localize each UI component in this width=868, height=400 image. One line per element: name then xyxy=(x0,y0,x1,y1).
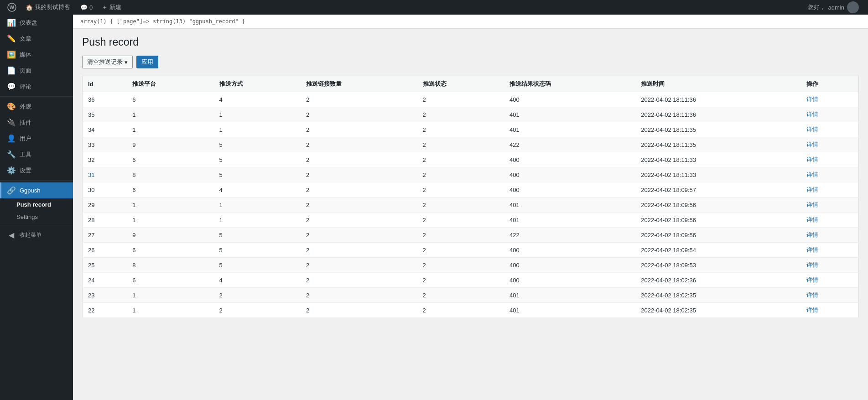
comments-link[interactable]: 💬 0 xyxy=(76,4,97,11)
cell-status: 2 xyxy=(417,288,504,303)
page-title: Push record xyxy=(82,36,859,48)
cell-action: 详情 xyxy=(801,167,859,182)
new-link[interactable]: ＋ 新建 xyxy=(97,3,126,11)
sidebar-label-posts: 文章 xyxy=(20,35,31,43)
sidebar-item-tools[interactable]: 🔧 工具 xyxy=(0,146,73,162)
detail-link[interactable]: 详情 xyxy=(806,156,818,163)
detail-link[interactable]: 详情 xyxy=(806,261,818,268)
cell-code: 400 xyxy=(504,167,635,182)
cell-method: 4 xyxy=(214,92,301,107)
cell-links: 2 xyxy=(301,273,417,288)
cell-id: 31 xyxy=(83,167,127,182)
detail-link[interactable]: 详情 xyxy=(806,111,818,118)
id-value: 29 xyxy=(88,202,94,208)
main-content: array(1) { ["page"]=> string(13) "ggpush… xyxy=(73,15,868,400)
detail-link[interactable]: 详情 xyxy=(806,171,818,178)
plugins-icon: 🔌 xyxy=(7,118,16,127)
detail-link[interactable]: 详情 xyxy=(806,201,818,208)
detail-link[interactable]: 详情 xyxy=(806,141,818,148)
wp-logo[interactable]: W xyxy=(4,3,20,12)
username-link[interactable]: admin xyxy=(828,4,844,11)
comments-count: 0 xyxy=(89,4,93,11)
cell-code: 400 xyxy=(504,152,635,167)
cell-method: 5 xyxy=(214,243,301,258)
id-value: 24 xyxy=(88,277,94,284)
detail-link[interactable]: 详情 xyxy=(806,291,818,298)
cell-code: 400 xyxy=(504,258,635,273)
sidebar-item-pages[interactable]: 📄 页面 xyxy=(0,62,73,78)
cell-platform: 6 xyxy=(127,243,213,258)
detail-link[interactable]: 详情 xyxy=(806,231,818,238)
clear-records-button[interactable]: 清空推送记录 ▾ xyxy=(82,56,133,68)
sidebar-sub-settings[interactable]: Settings xyxy=(0,211,73,223)
sidebar-item-comments[interactable]: 💬 评论 xyxy=(0,78,73,94)
cell-method: 4 xyxy=(214,273,301,288)
collapse-label: 收起菜单 xyxy=(20,231,42,239)
sidebar-item-plugins[interactable]: 🔌 插件 xyxy=(0,114,73,130)
cell-code: 422 xyxy=(504,137,635,152)
cell-method: 5 xyxy=(214,167,301,182)
id-value: 27 xyxy=(88,232,94,239)
cell-action: 详情 xyxy=(801,182,859,197)
cell-id: 25 xyxy=(83,258,127,273)
apply-button[interactable]: 应用 xyxy=(136,56,158,68)
sidebar-item-dashboard[interactable]: 📊 仪表盘 xyxy=(0,15,73,31)
cell-id: 27 xyxy=(83,228,127,243)
cell-id: 28 xyxy=(83,213,127,228)
ggpush-icon: 🔗 xyxy=(7,186,16,195)
pages-icon: 📄 xyxy=(7,66,16,75)
cell-id: 24 xyxy=(83,273,127,288)
sidebar-item-ggpush[interactable]: 🔗 Ggpush xyxy=(0,182,73,198)
detail-link[interactable]: 详情 xyxy=(806,96,818,103)
sidebar-item-appearance[interactable]: 🎨 外观 xyxy=(0,99,73,114)
table-row: 23 1 2 2 2 401 2022-04-02 18:02:35 详情 xyxy=(83,288,859,303)
sidebar-sub-push-record[interactable]: Push record xyxy=(0,198,73,211)
cell-platform: 1 xyxy=(127,197,213,213)
cell-action: 详情 xyxy=(801,288,859,303)
cell-links: 2 xyxy=(301,258,417,273)
cell-action: 详情 xyxy=(801,137,859,152)
cell-links: 2 xyxy=(301,303,417,318)
table-row: 35 1 1 2 2 401 2022-04-02 18:11:36 详情 xyxy=(83,107,859,122)
table-row: 29 1 1 2 2 401 2022-04-02 18:09:56 详情 xyxy=(83,197,859,213)
detail-link[interactable]: 详情 xyxy=(806,126,818,133)
sidebar-item-settings[interactable]: ⚙️ 设置 xyxy=(0,162,73,178)
col-method: 推送方式 xyxy=(214,76,301,92)
sidebar-item-posts[interactable]: ✏️ 文章 xyxy=(0,31,73,47)
cell-status: 2 xyxy=(417,273,504,288)
cell-status: 2 xyxy=(417,243,504,258)
sidebar: 📊 仪表盘 ✏️ 文章 🖼️ 媒体 📄 页面 💬 评论 🎨 外观 🔌 插件 👤 … xyxy=(0,15,73,400)
id-value: 36 xyxy=(88,96,94,103)
cell-id: 32 xyxy=(83,152,127,167)
detail-link[interactable]: 详情 xyxy=(806,276,818,283)
cell-time: 2022-04-02 18:09:56 xyxy=(635,213,801,228)
cell-platform: 6 xyxy=(127,182,213,197)
detail-link[interactable]: 详情 xyxy=(806,186,818,193)
cell-id: 34 xyxy=(83,122,127,137)
detail-link[interactable]: 详情 xyxy=(806,306,818,313)
table-row: 32 6 5 2 2 400 2022-04-02 18:11:33 详情 xyxy=(83,152,859,167)
cell-method: 5 xyxy=(214,137,301,152)
cell-status: 2 xyxy=(417,107,504,122)
top-bar: W 🏠 我的测试博客 💬 0 ＋ 新建 您好， admin xyxy=(0,0,868,15)
table-header-row: Id 推送平台 推送方式 推送链接数量 推送状态 推送结果状态码 推送时间 操作 xyxy=(83,76,859,92)
cell-status: 2 xyxy=(417,152,504,167)
cell-time: 2022-04-02 18:02:35 xyxy=(635,303,801,318)
table-row: 30 6 4 2 2 400 2022-04-02 18:09:57 详情 xyxy=(83,182,859,197)
cell-time: 2022-04-02 18:02:35 xyxy=(635,288,801,303)
cell-status: 2 xyxy=(417,92,504,107)
cell-links: 2 xyxy=(301,137,417,152)
sidebar-item-media[interactable]: 🖼️ 媒体 xyxy=(0,47,73,62)
cell-platform: 1 xyxy=(127,107,213,122)
sidebar-collapse-button[interactable]: ◀ 收起菜单 xyxy=(0,227,73,243)
detail-link[interactable]: 详情 xyxy=(806,246,818,253)
top-bar-right: 您好， admin xyxy=(808,1,864,13)
cell-method: 4 xyxy=(214,182,301,197)
detail-link[interactable]: 详情 xyxy=(806,216,818,223)
col-id: Id xyxy=(83,76,127,92)
id-value[interactable]: 31 xyxy=(88,171,94,178)
table-row: 34 1 1 2 2 401 2022-04-02 18:11:35 详情 xyxy=(83,122,859,137)
sidebar-item-users[interactable]: 👤 用户 xyxy=(0,130,73,146)
sidebar-label-comments: 评论 xyxy=(20,83,31,91)
site-link[interactable]: 🏠 我的测试博客 xyxy=(20,3,76,11)
